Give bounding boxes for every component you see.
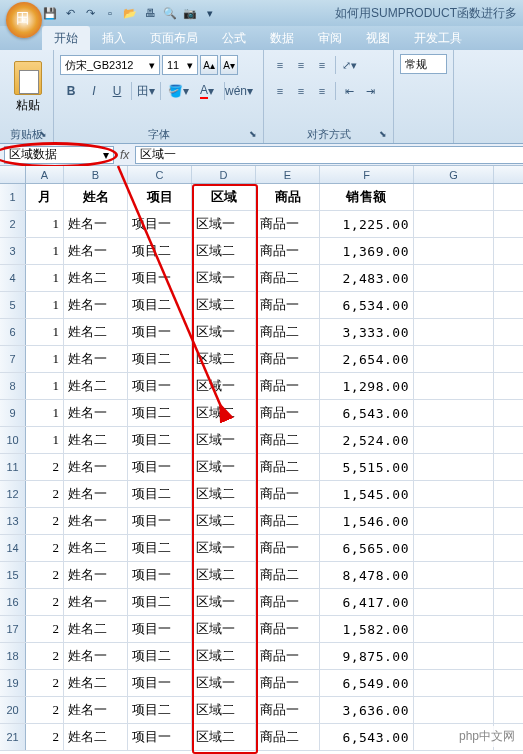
row-header[interactable]: 2 — [0, 211, 26, 237]
cell[interactable]: 1 — [26, 427, 64, 453]
cell[interactable]: 2,654.00 — [320, 346, 414, 372]
cell[interactable]: 区域二 — [192, 481, 256, 507]
office-button[interactable] — [6, 2, 42, 38]
cell[interactable]: 项目一 — [128, 508, 192, 534]
cell[interactable]: 商品一 — [256, 292, 320, 318]
preview-icon[interactable]: 🔍 — [162, 5, 178, 21]
cell[interactable]: 1 — [26, 319, 64, 345]
new-icon[interactable]: ▫ — [102, 5, 118, 21]
row-header[interactable]: 19 — [0, 670, 26, 696]
camera-icon[interactable]: 📷 — [182, 5, 198, 21]
cell[interactable]: 项目一 — [128, 265, 192, 291]
cell[interactable]: 2 — [26, 535, 64, 561]
cell[interactable]: 姓名一 — [64, 238, 128, 264]
cell[interactable]: 区域 — [192, 184, 256, 210]
row-header[interactable]: 3 — [0, 238, 26, 264]
cell[interactable]: 项目二 — [128, 589, 192, 615]
cell[interactable]: 2 — [26, 454, 64, 480]
italic-button[interactable]: I — [83, 80, 105, 102]
row-header[interactable]: 5 — [0, 292, 26, 318]
phonetic-button[interactable]: wén▾ — [228, 80, 250, 102]
cell[interactable]: 1,369.00 — [320, 238, 414, 264]
cell[interactable] — [414, 616, 494, 642]
cell[interactable]: 区域二 — [192, 508, 256, 534]
cell[interactable]: 商品一 — [256, 211, 320, 237]
row-header[interactable]: 9 — [0, 400, 26, 426]
cell[interactable] — [414, 373, 494, 399]
cell[interactable]: 区域二 — [192, 346, 256, 372]
cell[interactable]: 姓名二 — [64, 427, 128, 453]
fill-color-button[interactable]: 🪣▾ — [164, 80, 192, 102]
cell[interactable]: 商品一 — [256, 589, 320, 615]
decrease-font-button[interactable]: A▾ — [220, 55, 238, 75]
formula-input[interactable]: 区域一 — [135, 146, 523, 164]
cell[interactable] — [414, 589, 494, 615]
cell[interactable]: 项目二 — [128, 292, 192, 318]
cell[interactable] — [414, 400, 494, 426]
row-header[interactable]: 11 — [0, 454, 26, 480]
bold-button[interactable]: B — [60, 80, 82, 102]
cell[interactable]: 1 — [26, 292, 64, 318]
tab-home[interactable]: 开始 — [42, 26, 90, 50]
alignment-launcher-icon[interactable]: ⬊ — [379, 129, 391, 141]
cell[interactable]: 商品二 — [256, 319, 320, 345]
cell[interactable]: 区域二 — [192, 643, 256, 669]
col-header-B[interactable]: B — [64, 166, 128, 183]
cell[interactable]: 项目一 — [128, 616, 192, 642]
cell[interactable]: 项目一 — [128, 724, 192, 750]
tab-insert[interactable]: 插入 — [90, 26, 138, 50]
number-format-combo[interactable]: 常规 — [400, 54, 447, 74]
cell[interactable]: 姓名二 — [64, 535, 128, 561]
font-color-button[interactable]: A▾ — [193, 80, 221, 102]
row-header[interactable]: 14 — [0, 535, 26, 561]
cell[interactable]: 2 — [26, 508, 64, 534]
tab-formulas[interactable]: 公式 — [210, 26, 258, 50]
cell[interactable]: 商品一 — [256, 481, 320, 507]
cell[interactable]: 1,545.00 — [320, 481, 414, 507]
col-header-C[interactable]: C — [128, 166, 192, 183]
row-header[interactable]: 18 — [0, 643, 26, 669]
cell[interactable] — [414, 238, 494, 264]
tab-layout[interactable]: 页面布局 — [138, 26, 210, 50]
save-icon[interactable]: 💾 — [42, 5, 58, 21]
cell[interactable]: 1 — [26, 238, 64, 264]
cell[interactable]: 1 — [26, 373, 64, 399]
col-header-F[interactable]: F — [320, 166, 414, 183]
col-header-E[interactable]: E — [256, 166, 320, 183]
cell[interactable]: 区域二 — [192, 697, 256, 723]
cell[interactable]: 商品二 — [256, 427, 320, 453]
cell[interactable]: 商品 — [256, 184, 320, 210]
cell[interactable] — [414, 508, 494, 534]
cell[interactable]: 2,483.00 — [320, 265, 414, 291]
cell[interactable]: 商品一 — [256, 346, 320, 372]
cell[interactable]: 商品二 — [256, 454, 320, 480]
cell[interactable]: 商品一 — [256, 670, 320, 696]
cell[interactable]: 2 — [26, 589, 64, 615]
cell[interactable] — [414, 265, 494, 291]
cell[interactable]: 区域一 — [192, 211, 256, 237]
cell[interactable]: 区域二 — [192, 238, 256, 264]
cell[interactable]: 姓名二 — [64, 670, 128, 696]
cell[interactable]: 项目一 — [128, 670, 192, 696]
cell[interactable]: 商品二 — [256, 562, 320, 588]
cell[interactable]: 6,549.00 — [320, 670, 414, 696]
cell[interactable]: 项目二 — [128, 400, 192, 426]
row-header[interactable]: 7 — [0, 346, 26, 372]
cell[interactable] — [414, 643, 494, 669]
cell[interactable] — [414, 562, 494, 588]
cell[interactable]: 6,534.00 — [320, 292, 414, 318]
cell[interactable]: 2 — [26, 697, 64, 723]
cell[interactable]: 1,298.00 — [320, 373, 414, 399]
paste-button[interactable]: 粘贴 — [6, 54, 50, 120]
cell[interactable]: 区域一 — [192, 535, 256, 561]
cell[interactable]: 姓名二 — [64, 724, 128, 750]
cell[interactable]: 项目二 — [128, 535, 192, 561]
underline-button[interactable]: U — [106, 80, 128, 102]
border-button[interactable]: 田▾ — [135, 80, 157, 102]
open-icon[interactable]: 📂 — [122, 5, 138, 21]
cell[interactable]: 商品一 — [256, 373, 320, 399]
cell[interactable]: 姓名一 — [64, 697, 128, 723]
col-header-D[interactable]: D — [192, 166, 256, 183]
redo-icon[interactable]: ↷ — [82, 5, 98, 21]
row-header[interactable]: 21 — [0, 724, 26, 750]
